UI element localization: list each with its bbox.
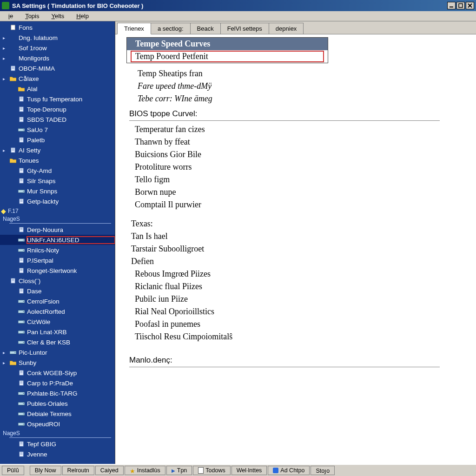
sidebar-item[interactable]: Rnilcs-Noty <box>0 245 115 255</box>
sidebar-tree[interactable]: Fons▸Dng. Iulatuom▸Sof 1roow▸MonllgordsO… <box>0 21 115 464</box>
sidebar-item[interactable]: Pxhlate·Bic-TARG <box>0 388 115 398</box>
blank-icon <box>9 45 17 51</box>
close-button[interactable] <box>466 2 474 9</box>
taskbar-button[interactable]: Ad Chtpo <box>268 466 310 475</box>
sidebar-item-label: Dng. Iulatuom <box>19 34 115 41</box>
taskbar-button[interactable]: Caiyed <box>95 466 124 475</box>
sidebar-item[interactable]: CerrolFsion <box>0 296 115 306</box>
tab-asectlog[interactable]: a sectlog: <box>151 23 191 34</box>
sidebar-item[interactable]: Getp-lackty <box>0 196 115 206</box>
sidebar-item[interactable]: Fons <box>0 22 115 33</box>
sidebar-section-nages: NageS <box>0 429 115 436</box>
sidebar-item[interactable]: Tonues <box>0 155 115 165</box>
sidebar-item[interactable]: ▸AI Setty <box>0 145 115 155</box>
sidebar-item[interactable]: Gty-Amd <box>0 165 115 176</box>
sidebar-item[interactable]: ▸Dng. Iulatuom <box>0 33 115 43</box>
minimize-button[interactable] <box>447 2 456 9</box>
svg-point-60 <box>23 322 24 323</box>
list-item: Tebe corr: WIne ämeg <box>129 93 468 106</box>
page-icon <box>9 147 17 153</box>
page-icon <box>18 380 25 386</box>
taskbar-button[interactable]: Todows <box>193 466 230 475</box>
sidebar-item[interactable]: CizWöle <box>0 317 115 327</box>
sidebar-item[interactable]: P.lSertpal <box>0 255 115 265</box>
sidebar-item-label: Closs(¨) <box>19 278 115 284</box>
expand-arrow-icon: ▸ <box>3 56 7 61</box>
sidebar-item[interactable]: ▸Sunby <box>0 357 115 368</box>
taskbar-button[interactable]: ★Instadlùs <box>125 466 165 475</box>
sidebar-item[interactable]: OBOF-MIMA <box>0 63 115 73</box>
sidebar-item[interactable]: ▸Pic-Luntor <box>0 347 115 357</box>
taskbar-button-label: Ad Chtpo <box>280 467 304 474</box>
sidebar-item[interactable]: Paletb <box>0 135 115 145</box>
sidebar-item[interactable]: AolectRorfted <box>0 306 115 317</box>
drive-icon <box>18 298 25 304</box>
page-icon <box>18 267 25 274</box>
drive-icon <box>18 318 25 325</box>
speed-curves-row-selected[interactable]: Temp Pooerd Petfenit <box>127 50 328 63</box>
sidebar-item[interactable]: Debiale Texmes <box>0 409 115 419</box>
sidebar-item[interactable]: ▸Sof 1roow <box>0 43 115 53</box>
list-item: Defien <box>129 256 468 268</box>
sidebar-item-label: AolectRorfted <box>27 308 115 315</box>
list-item: Comptail Il purwier <box>129 199 468 212</box>
drive-icon <box>18 410 25 417</box>
doc-icon <box>9 24 17 31</box>
sidebar-item[interactable]: Tope·Deronup <box>0 104 115 114</box>
sidebar-item[interactable]: Dase <box>0 286 115 296</box>
svg-point-80 <box>23 424 24 425</box>
taskbar-button[interactable]: ▶Tpn <box>166 466 192 475</box>
taskbar-button-label: Instadlùs <box>137 467 160 474</box>
sidebar-item[interactable]: Carp to P:PraDe <box>0 378 115 388</box>
sidebar-item[interactable]: Tusp fu Temperaton <box>0 94 115 104</box>
list-item: Pubilc iun Piize <box>129 293 468 306</box>
taskbar-button[interactable]: Relroutn <box>62 466 94 475</box>
sidebar-item[interactable]: Pan Lnat·XRB <box>0 327 115 337</box>
sidebar-item-label: Mur Snnps <box>27 188 115 195</box>
menu-item-yelts[interactable]: Yelts <box>46 12 70 20</box>
subsection-texas: Texas: <box>129 218 468 231</box>
taskbar-button-label: Stoȷo <box>316 467 330 474</box>
expand-arrow-icon: ▸ <box>3 76 7 81</box>
sidebar-item[interactable]: Publes·Oriales <box>0 398 115 409</box>
tab-felvlsetteps[interactable]: FelVl setteps <box>220 23 269 34</box>
sidebar-section-nages: NageS <box>0 215 115 222</box>
menu-item-topis[interactable]: Topis <box>20 12 45 20</box>
speed-curves-header[interactable]: Tempe Speed Curves <box>127 38 328 50</box>
sidebar-item-label: Gty-Amd <box>27 167 115 174</box>
tab-beack[interactable]: Beack <box>190 23 221 34</box>
sidebar-item-label: P.lSertpal <box>27 257 115 264</box>
sidebar-item[interactable]: Tepf GBIG <box>0 439 115 449</box>
sidebar-item[interactable]: Alal <box>0 84 115 94</box>
tab-depniex[interactable]: depniex <box>269 23 304 34</box>
sidebar-item[interactable]: Closs(¨) <box>0 276 115 286</box>
sidebar-item-label: Cǎlaxe <box>19 75 115 82</box>
taskbar-button[interactable]: Stoȷo <box>311 466 335 475</box>
list-item: Thanwn by ffeat <box>129 136 468 149</box>
maximize-button[interactable] <box>456 2 465 9</box>
list-item: Riclanic flual Piizes <box>129 281 468 293</box>
taskbar-button[interactable]: Pûîŭ <box>2 466 24 475</box>
sidebar-item[interactable]: Silr Snaps <box>0 176 115 186</box>
sidebar-item[interactable]: UNkFr.AN:i6USED <box>0 235 115 245</box>
svg-point-78 <box>23 414 24 415</box>
sidebar-item[interactable]: SaUo 7 <box>0 125 115 135</box>
sidebar-item-label: Tonues <box>19 157 115 164</box>
sidebar-item[interactable]: OspeudROI <box>0 419 115 429</box>
expand-arrow-icon: ▸ <box>3 46 7 51</box>
sidebar-item[interactable]: ▸Monllgords <box>0 53 115 63</box>
taskbar-button[interactable]: Bly Now <box>30 466 61 475</box>
sidebar-item[interactable]: ▸Cǎlaxe <box>0 73 115 84</box>
sidebar-item-label: Tope·Deronup <box>27 106 115 113</box>
taskbar-button[interactable]: Wel·lnttes <box>231 466 267 475</box>
menu-item-help[interactable]: Help <box>71 12 94 20</box>
sidebar-item[interactable]: SBDS TADED <box>0 114 115 125</box>
tab-trienex[interactable]: Trienex <box>117 23 151 34</box>
sidebar-item[interactable]: Ronget-Slertwonk <box>0 265 115 276</box>
sidebar-item[interactable]: Conk WGEB-Siyp <box>0 368 115 378</box>
sidebar-item[interactable]: Mur Snnps <box>0 186 115 196</box>
sidebar-item[interactable]: Jvenne <box>0 449 115 459</box>
sidebar-item[interactable]: Derp-Nouura <box>0 225 115 235</box>
sidebar-item[interactable]: Cler & Ber KSB <box>0 337 115 347</box>
menu-item-ie[interactable]: ie <box>3 12 19 20</box>
